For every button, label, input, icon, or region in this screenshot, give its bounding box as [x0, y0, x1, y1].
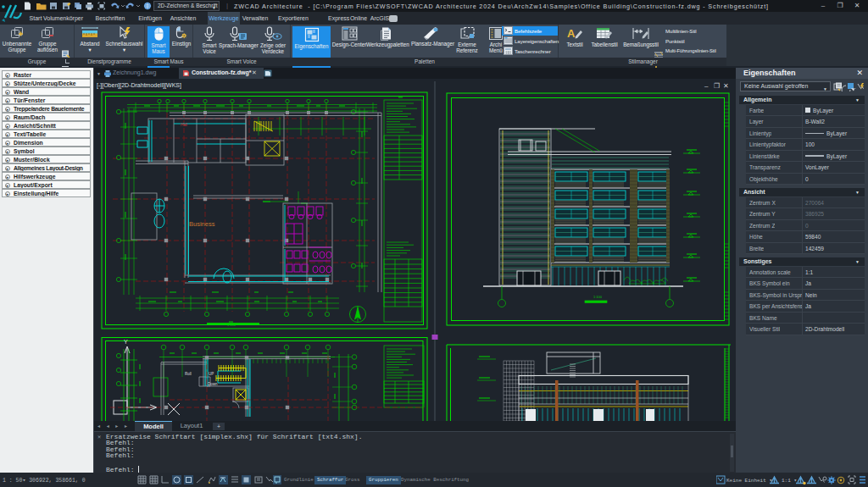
svg-text:Down: Down	[208, 382, 218, 386]
svg-text:[-][Oben][2D-Drahtmodell][WKS]: [-][Oben][2D-Drahtmodell][WKS]	[97, 82, 181, 89]
svg-text:❐: ❐	[714, 82, 720, 90]
svg-text:Roll: Roll	[185, 372, 192, 376]
svg-text:Business: Business	[189, 220, 215, 228]
svg-text:Hall: Hall	[181, 123, 187, 127]
svg-text:Y: Y	[124, 339, 128, 345]
svg-text:A: A	[567, 27, 576, 40]
svg-text:1:100: 1:100	[593, 295, 603, 299]
svg-text:UP: UP	[209, 372, 214, 376]
svg-text:✕: ✕	[723, 82, 729, 90]
svg-text:1:100: 1:100	[227, 323, 236, 327]
svg-text:–: –	[704, 82, 709, 90]
